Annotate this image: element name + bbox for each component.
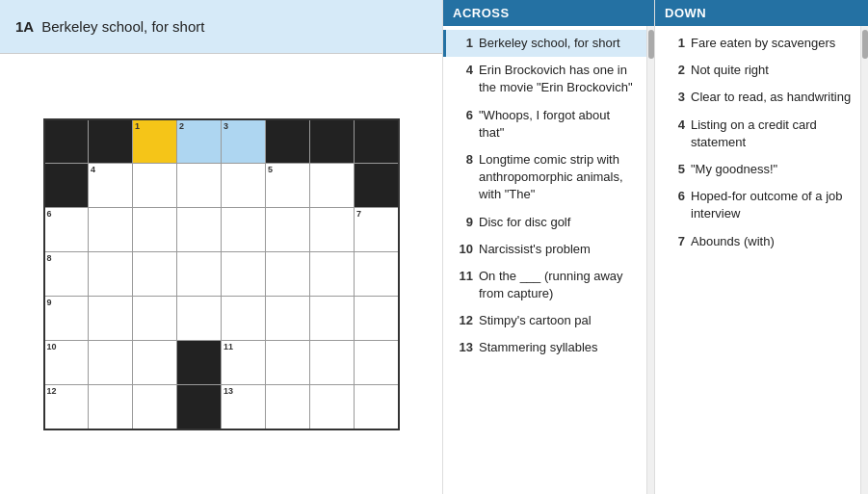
clue-text: Listing on a credit card statement [691,117,853,151]
across-clue-item[interactable]: 10Narcissist's problem [443,236,646,263]
table-row[interactable] [177,208,222,252]
table-row[interactable] [222,252,266,297]
table-row[interactable] [133,297,177,341]
down-header: DOWN [655,0,868,26]
table-row[interactable] [310,297,355,341]
clue-text: Stimpy's cartoon pal [479,312,592,329]
table-row[interactable] [133,252,177,297]
across-clue-item[interactable]: 4Erin Brockovich has one in the movie "E… [443,57,646,101]
clue-number: 3 [666,89,685,106]
clue-text: Abounds (with) [691,233,775,250]
table-row [355,164,399,208]
across-clue-list: 1Berkeley school, for short4Erin Brockov… [443,26,646,494]
table-row[interactable] [355,252,399,297]
crossword-grid: 1 2 3 4 5 [43,118,400,430]
table-row[interactable] [133,208,177,252]
across-clue-item[interactable]: 12Stimpy's cartoon pal [443,307,646,334]
clue-number: 12 [454,312,473,329]
across-header: ACROSS [443,0,654,26]
down-clue-item[interactable]: 7Abounds (with) [655,228,860,255]
table-row[interactable]: 13 [222,385,266,429]
clue-number: 5 [666,161,685,178]
down-clue-item[interactable]: 5"My goodness!" [655,156,860,183]
down-clue-list: 1Fare eaten by scavengers2Not quite righ… [655,26,860,494]
table-row[interactable] [266,252,310,297]
table-row[interactable] [177,252,222,297]
table-row[interactable] [266,385,310,429]
across-clue-item[interactable]: 6"Whoops, I forgot about that" [443,102,646,146]
table-row[interactable] [266,208,310,252]
table-row[interactable]: 2 [177,119,222,164]
table-row[interactable] [177,297,222,341]
table-row[interactable]: 11 [222,341,266,385]
clue-number: 1 [454,35,473,52]
down-clue-item[interactable]: 6Hoped-for outcome of a job interview [655,183,860,227]
table-row[interactable]: 1 [133,119,177,164]
table-row[interactable] [355,297,399,341]
down-scroll-thumb[interactable] [862,30,868,59]
table-row[interactable] [222,164,266,208]
down-scrollbar[interactable] [860,26,868,494]
across-clue-item[interactable]: 8Longtime comic strip with anthropomorph… [443,146,646,209]
across-clue-item[interactable]: 9Disc for disc golf [443,209,646,236]
table-row[interactable]: 10 [44,341,89,385]
table-row[interactable] [89,297,133,341]
clue-text: Longtime comic strip with anthropomorphi… [479,151,639,204]
table-row[interactable] [177,164,222,208]
table-row[interactable] [222,297,266,341]
table-row[interactable] [133,341,177,385]
table-row [266,119,310,164]
table-row[interactable] [310,164,355,208]
clue-number: 6 [454,107,473,142]
across-clue-item[interactable]: 11On the ___ (running away from capture) [443,263,646,307]
table-row[interactable] [266,297,310,341]
clue-text: Erin Brockovich has one in the movie "Er… [479,62,639,96]
table-row[interactable] [266,341,310,385]
down-clue-item[interactable]: 2Not quite right [655,57,860,84]
table-row[interactable]: 8 [44,252,89,297]
down-clue-item[interactable]: 4Listing on a credit card statement [655,112,860,156]
table-row[interactable] [89,252,133,297]
clue-number: 13 [454,339,473,356]
clue-number: 10 [454,241,473,258]
table-row[interactable]: 3 [222,119,266,164]
table-row[interactable] [133,164,177,208]
table-row[interactable]: 7 [355,208,399,252]
table-row[interactable] [89,341,133,385]
table-row [177,341,222,385]
table-row[interactable] [133,385,177,429]
table-row[interactable] [310,208,355,252]
table-row[interactable] [310,252,355,297]
table-row[interactable]: 9 [44,297,89,341]
table-row [89,119,133,164]
clue-text: Berkeley school, for short [479,35,620,52]
active-clue-number: 1A [15,18,34,35]
clue-text: Disc for disc golf [479,214,570,231]
table-row[interactable] [89,208,133,252]
table-row[interactable] [355,385,399,429]
table-row[interactable] [222,208,266,252]
table-row[interactable]: 6 [44,208,89,252]
across-clue-item[interactable]: 13Stammering syllables [443,334,646,361]
across-scrollbar[interactable] [646,26,654,494]
across-clue-item[interactable]: 1Berkeley school, for short [443,30,646,57]
table-row[interactable]: 5 [266,164,310,208]
clue-number: 7 [666,233,685,250]
table-row [355,119,399,164]
table-row [44,119,89,164]
active-clue-header: 1A Berkeley school, for short [0,0,442,54]
across-panel: ACROSS 1Berkeley school, for short4Erin … [443,0,655,494]
clue-text: "Whoops, I forgot about that" [479,107,639,142]
left-panel: 1A Berkeley school, for short 1 2 3 [0,0,443,494]
table-row[interactable] [310,341,355,385]
across-scroll-thumb[interactable] [648,30,654,59]
clue-number: 2 [666,62,685,79]
table-row[interactable]: 12 [44,385,89,429]
table-row[interactable] [310,385,355,429]
clue-number: 8 [454,151,473,204]
table-row[interactable] [89,385,133,429]
table-row[interactable] [355,341,399,385]
down-clue-item[interactable]: 1Fare eaten by scavengers [655,30,860,57]
table-row[interactable]: 4 [89,164,133,208]
down-clue-item[interactable]: 3Clear to read, as handwriting [655,84,860,111]
